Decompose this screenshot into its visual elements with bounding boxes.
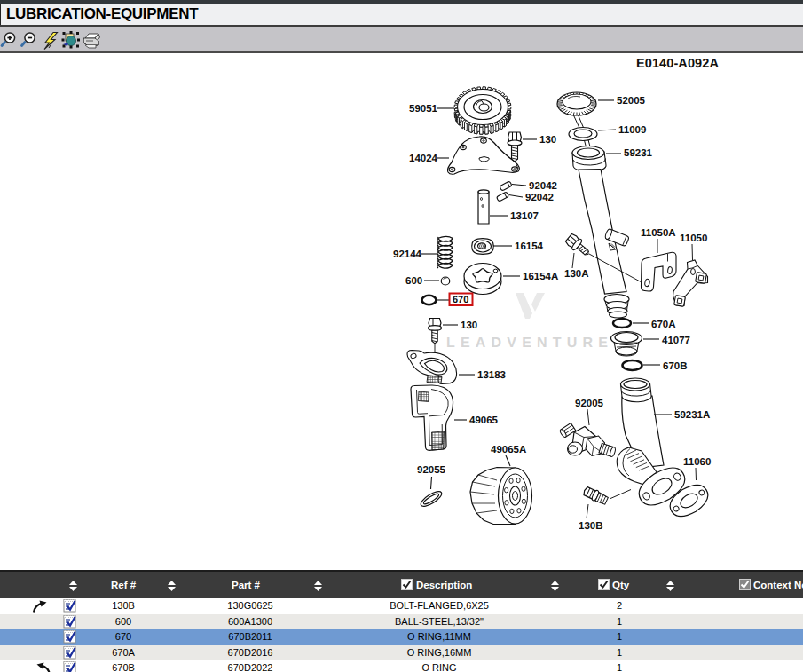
svg-text:11009: 11009 [618,125,646,136]
svg-text:92005: 92005 [575,399,604,409]
svg-text:59231A: 59231A [674,410,710,421]
svg-text:670A: 670A [651,320,676,330]
svg-text:92055: 92055 [417,465,446,476]
svg-text:59231: 59231 [624,148,653,159]
svg-text:130B: 130B [579,521,603,532]
svg-text:600: 600 [405,276,422,287]
svg-text:49065A: 49065A [491,445,526,455]
svg-text:130: 130 [461,320,477,331]
svg-text:11060: 11060 [683,457,711,468]
svg-text:49065: 49065 [469,415,499,426]
svg-text:670: 670 [453,295,468,305]
svg-text:92042: 92042 [525,193,554,203]
svg-text:130A: 130A [564,269,589,280]
svg-text:11050: 11050 [680,233,707,244]
svg-text:52005: 52005 [617,96,646,107]
svg-text:16154: 16154 [515,241,544,252]
svg-text:E0140-A092A: E0140-A092A [636,57,719,71]
svg-text:130: 130 [539,135,556,146]
svg-text:13107: 13107 [510,211,539,222]
svg-text:670B: 670B [663,361,688,372]
svg-text:59051: 59051 [409,104,438,115]
svg-text:92144: 92144 [393,249,422,260]
svg-text:41077: 41077 [662,336,690,346]
svg-text:16154A: 16154A [523,272,558,282]
svg-text:92042: 92042 [529,181,557,192]
svg-text:13183: 13183 [477,370,506,381]
svg-text:LEADVENTURE: LEADVENTURE [446,336,613,351]
svg-text:14024: 14024 [409,154,438,164]
svg-text:11050A: 11050A [641,228,676,239]
